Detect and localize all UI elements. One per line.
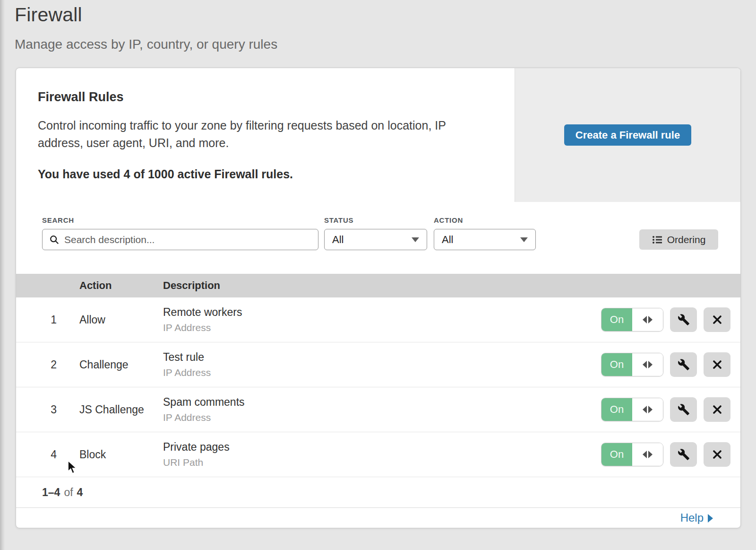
arrow-right-icon bbox=[648, 361, 653, 368]
x-icon bbox=[712, 404, 723, 415]
toggle-on-label: On bbox=[601, 398, 632, 421]
x-icon bbox=[712, 359, 723, 370]
rule-priority: 1 bbox=[16, 314, 79, 326]
action-selected-value: All bbox=[442, 234, 453, 246]
rule-priority: 4 bbox=[16, 448, 79, 461]
rule-match-field: IP Address bbox=[163, 412, 601, 423]
help-link-label: Help bbox=[680, 511, 704, 524]
arrow-left-icon bbox=[643, 316, 647, 323]
table-row: 4 Block Private pages URI Path On bbox=[16, 432, 740, 477]
toggle-on-label: On bbox=[601, 443, 632, 466]
rule-description: Private pages bbox=[163, 441, 601, 454]
rule-action: JS Challenge bbox=[79, 403, 163, 416]
delete-rule-button[interactable] bbox=[704, 352, 730, 377]
edit-rule-button[interactable] bbox=[670, 352, 697, 377]
rule-enabled-toggle[interactable]: On bbox=[601, 443, 663, 466]
rule-action: Block bbox=[79, 448, 163, 461]
section-title: Firewall Rules bbox=[38, 90, 496, 105]
pagination: 1–4 of 4 bbox=[16, 477, 740, 507]
wrench-icon bbox=[678, 448, 690, 461]
section-description: Control incoming traffic to your zone by… bbox=[38, 117, 487, 152]
wrench-icon bbox=[678, 403, 690, 416]
help-link[interactable]: Help bbox=[680, 511, 713, 524]
toggle-handle[interactable] bbox=[632, 398, 663, 421]
toggle-handle[interactable] bbox=[632, 308, 663, 331]
rule-controls: On bbox=[601, 442, 740, 467]
rule-enabled-toggle[interactable]: On bbox=[601, 398, 663, 421]
filters-bar: SEARCH STATUS All ACTION All bbox=[16, 202, 740, 274]
card-footer: Help bbox=[16, 507, 740, 528]
arrow-right-icon bbox=[648, 406, 653, 413]
rule-enabled-toggle[interactable]: On bbox=[601, 353, 663, 376]
arrow-right-icon bbox=[648, 316, 653, 323]
toggle-on-label: On bbox=[601, 353, 632, 376]
arrow-right-icon bbox=[648, 451, 653, 458]
rule-priority: 2 bbox=[16, 358, 79, 371]
caret-right-icon bbox=[708, 514, 713, 523]
cta-panel: Create a Firewall rule bbox=[515, 68, 740, 202]
search-input[interactable] bbox=[64, 234, 311, 245]
rule-description: Test rule bbox=[163, 351, 601, 364]
table-row: 3 JS Challenge Spam comments IP Address … bbox=[16, 387, 740, 432]
pagination-total: 4 bbox=[77, 486, 83, 499]
intro-section: Firewall Rules Control incoming traffic … bbox=[16, 68, 515, 202]
rule-enabled-toggle[interactable]: On bbox=[601, 308, 663, 332]
x-icon bbox=[712, 449, 723, 460]
arrow-left-icon bbox=[643, 406, 647, 413]
create-firewall-rule-button[interactable]: Create a Firewall rule bbox=[564, 124, 691, 146]
search-filter: SEARCH bbox=[42, 216, 318, 250]
x-icon bbox=[712, 314, 723, 325]
edit-rule-button[interactable] bbox=[670, 397, 697, 422]
description-column-header: Description bbox=[163, 279, 740, 292]
status-select[interactable]: All bbox=[324, 229, 427, 250]
rule-match-field: IP Address bbox=[163, 322, 601, 333]
toggle-on-label: On bbox=[601, 308, 632, 331]
rule-match-field: URI Path bbox=[163, 457, 601, 468]
rule-match-field: IP Address bbox=[163, 367, 601, 378]
search-icon bbox=[49, 235, 60, 245]
search-input-box bbox=[42, 229, 318, 250]
status-selected-value: All bbox=[332, 234, 344, 246]
table-row: 1 Allow Remote workers IP Address On bbox=[16, 297, 740, 342]
rule-controls: On bbox=[601, 307, 740, 332]
wrench-icon bbox=[678, 358, 690, 371]
usage-summary: You have used 4 of 1000 active Firewall … bbox=[38, 167, 496, 181]
search-label: SEARCH bbox=[42, 216, 318, 224]
delete-rule-button[interactable] bbox=[704, 397, 730, 422]
rule-action: Allow bbox=[79, 314, 163, 326]
table-header: Action Description bbox=[16, 274, 740, 297]
rule-controls: On bbox=[601, 352, 740, 377]
toggle-handle[interactable] bbox=[632, 443, 663, 466]
chevron-down-icon bbox=[412, 237, 419, 242]
window-left-edge bbox=[0, 0, 5, 550]
rule-description: Spam comments bbox=[163, 396, 601, 409]
ordering-button-label: Ordering bbox=[667, 234, 706, 245]
toggle-handle[interactable] bbox=[632, 353, 663, 376]
arrow-left-icon bbox=[643, 361, 647, 368]
pagination-range: 1–4 bbox=[42, 486, 60, 499]
edit-rule-button[interactable] bbox=[670, 307, 697, 332]
delete-rule-button[interactable] bbox=[704, 442, 730, 467]
list-icon bbox=[652, 235, 662, 245]
action-label: ACTION bbox=[434, 216, 536, 224]
action-select[interactable]: All bbox=[434, 229, 536, 250]
rule-description: Remote workers bbox=[163, 306, 601, 319]
status-filter: STATUS All bbox=[324, 216, 427, 250]
edit-rule-button[interactable] bbox=[670, 442, 697, 467]
action-filter: ACTION All bbox=[434, 216, 536, 250]
wrench-icon bbox=[678, 314, 690, 326]
table-row: 2 Challenge Test rule IP Address On bbox=[16, 342, 740, 387]
page-subtitle: Manage access by IP, country, or query r… bbox=[15, 37, 277, 52]
status-label: STATUS bbox=[324, 216, 427, 224]
firewall-rules-card: Firewall Rules Control incoming traffic … bbox=[16, 68, 741, 528]
pagination-of-label: of bbox=[64, 486, 73, 499]
ordering-button[interactable]: Ordering bbox=[639, 229, 718, 250]
rule-action: Challenge bbox=[79, 358, 163, 371]
page-title: Firewall bbox=[15, 4, 82, 26]
arrow-left-icon bbox=[643, 451, 647, 458]
delete-rule-button[interactable] bbox=[704, 307, 730, 332]
rule-priority: 3 bbox=[16, 403, 79, 416]
rule-controls: On bbox=[601, 397, 740, 422]
action-column-header: Action bbox=[79, 279, 163, 292]
card-top-section: Firewall Rules Control incoming traffic … bbox=[16, 68, 740, 202]
